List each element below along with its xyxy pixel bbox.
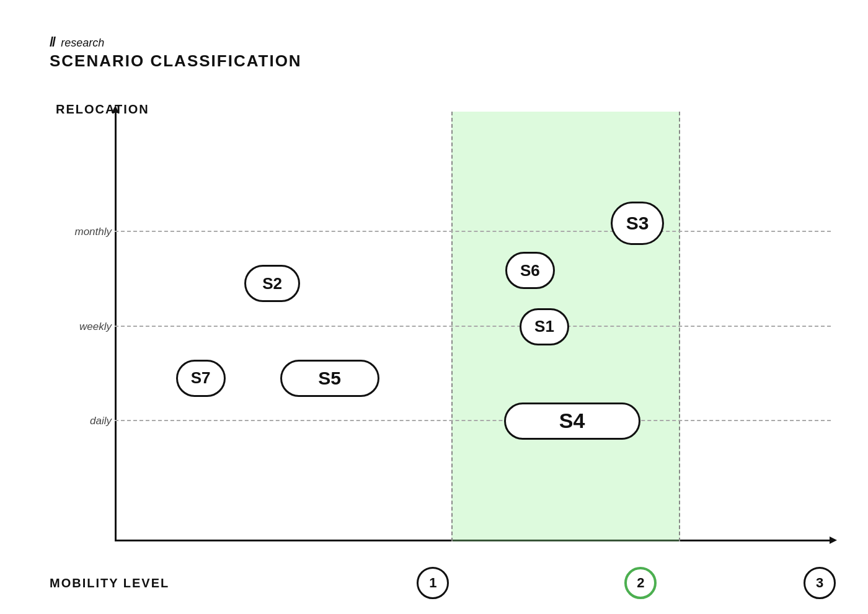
y-tick-monthly: monthly (50, 226, 112, 238)
mobility-section: MOBILITY LEVEL 1 2 3 (50, 561, 831, 605)
scenario-s4: S4 (504, 403, 640, 440)
page-container: // research SCENARIO CLASSIFICATION RELO… (0, 0, 868, 614)
x-axis-arrow (830, 536, 837, 544)
header: // research SCENARIO CLASSIFICATION (50, 34, 302, 71)
mobility-label: MOBILITY LEVEL (50, 576, 169, 590)
scenario-s1: S1 (520, 308, 569, 345)
y-tick-daily: daily (50, 415, 112, 427)
scenario-s3: S3 (611, 202, 664, 245)
mobility-number-3[interactable]: 3 (804, 567, 836, 599)
mobility-number-1[interactable]: 1 (417, 567, 449, 599)
slash-icon: // (50, 34, 55, 50)
research-label: research (61, 37, 104, 50)
scenario-s5: S5 (280, 360, 379, 397)
y-tick-weekly: weekly (50, 321, 112, 333)
scenario-s6: S6 (505, 252, 555, 289)
dashed-line-weekly (115, 326, 831, 327)
y-axis-label: RELOCATION (56, 102, 149, 117)
dashed-line-monthly (115, 231, 831, 232)
scenario-s7: S7 (176, 360, 226, 397)
dashed-line-daily (115, 420, 831, 421)
page-title: SCENARIO CLASSIFICATION (50, 51, 302, 71)
y-axis-arrow (112, 105, 119, 113)
mobility-number-2[interactable]: 2 (624, 567, 657, 599)
chart-container: RELOCATION monthly weekly daily S2 S6 S3 (50, 96, 831, 555)
scenario-s2: S2 (244, 265, 300, 302)
y-axis (115, 112, 117, 541)
